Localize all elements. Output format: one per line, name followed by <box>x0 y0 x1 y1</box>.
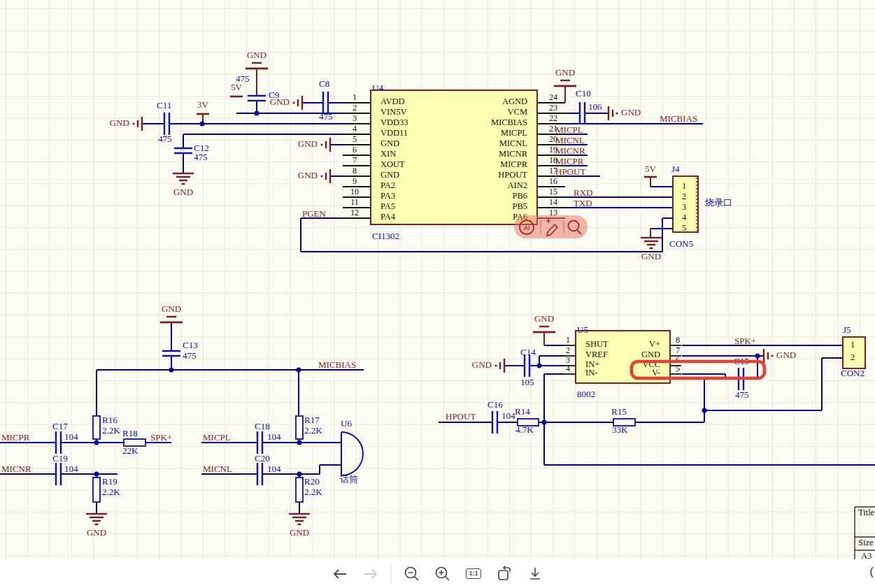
designator-label: 475 <box>158 134 172 144</box>
net-label: MICPR <box>555 156 584 166</box>
designator-label: 104 <box>64 464 78 474</box>
zoom-in-button[interactable] <box>432 564 453 585</box>
designator-label: 475 <box>194 152 208 162</box>
pin-name: XOUT <box>380 159 405 169</box>
title-block-title-label: Title <box>858 508 875 517</box>
designator-label: 104 <box>267 431 281 442</box>
designator-label: 2.2K <box>102 425 120 436</box>
designator-label: R16 <box>102 415 118 425</box>
junction-dot <box>297 440 302 445</box>
back-button[interactable] <box>329 564 350 585</box>
junction-dot <box>297 368 301 373</box>
pin-number: 4 <box>566 364 570 373</box>
ic-part-number: CI1302 <box>372 231 399 241</box>
pin-name: PA5 <box>380 201 395 211</box>
pin-name: VCM <box>508 107 527 117</box>
resistor-R17 <box>296 416 303 439</box>
pin-name: PB5 <box>512 201 527 211</box>
gnd-label: GND <box>290 527 309 538</box>
pin-name: PB6 <box>512 191 527 201</box>
connector-designator: J5 <box>843 324 851 335</box>
junction-dot <box>537 364 542 368</box>
net-label: MICPL <box>203 432 231 443</box>
pin-number: 7 <box>676 345 680 355</box>
ic-part-number: 8002 <box>577 389 595 399</box>
gnd-tap-dot <box>616 112 618 114</box>
designator-label: 烧录口 <box>704 197 732 208</box>
rotate-button[interactable] <box>494 564 515 585</box>
connector-pin-number: 2 <box>682 192 686 201</box>
actual-size-button[interactable]: 1:1 <box>463 564 484 585</box>
connector-pin-number: 3 <box>682 202 686 212</box>
junction-dot <box>94 440 99 445</box>
net-label: SPK+ <box>150 432 172 443</box>
title-block-size-label: Size <box>858 538 874 547</box>
pin-number: 15 <box>549 187 557 196</box>
designator-label: C18 <box>255 421 270 431</box>
designator-label: 104 <box>267 464 281 474</box>
gnd-tap-dot <box>495 364 497 366</box>
pin-name: VDD11 <box>380 128 408 138</box>
gnd-label: GND <box>621 107 641 117</box>
designator-label: 2.2K <box>304 487 322 497</box>
download-button[interactable] <box>525 564 546 585</box>
pin-number: 3 <box>353 113 357 123</box>
pin-name: GND <box>380 170 399 180</box>
pin-name: V- <box>652 368 660 378</box>
gnd-label: GND <box>776 350 796 360</box>
designator-label: R17 <box>304 415 320 425</box>
pin-number: 10 <box>350 187 359 196</box>
designator-label: R19 <box>102 476 118 487</box>
pin-number: 2 <box>353 103 357 113</box>
pin-number: 1 <box>566 335 570 345</box>
power-label: 3V <box>197 99 209 110</box>
pin-name: V+ <box>649 339 660 349</box>
pin-number: 8 <box>676 335 680 345</box>
net-label: PGEN <box>302 208 327 219</box>
pin-number: 4 <box>353 124 357 134</box>
designator-label: C13 <box>183 340 198 350</box>
pin-number: 16 <box>549 176 557 186</box>
connector-pin-number: 1 <box>682 181 686 191</box>
connector-designator: J4 <box>671 164 680 174</box>
pin-name: MICPR <box>500 159 528 169</box>
zoom-in-icon <box>434 566 451 582</box>
junction-dot <box>169 368 174 373</box>
designator-label: C14 <box>520 347 536 357</box>
pin-number: 14 <box>549 197 557 207</box>
pin-name: VIN5V <box>380 107 407 117</box>
designator-label: 475 <box>319 111 333 122</box>
designator-label: 2.2K <box>102 487 120 497</box>
gnd-label: GND <box>534 313 554 324</box>
gnd-label: GND <box>110 117 129 128</box>
pin-number: 22 <box>549 113 557 123</box>
net-label: MICPL <box>555 124 583 135</box>
pin-name: MICNL <box>499 138 527 148</box>
viewer-toolbar: 1:1 <box>0 559 875 588</box>
pin-number: 5 <box>353 134 357 144</box>
ai-logo-text: AI <box>524 224 530 231</box>
designator-label: R18 <box>122 428 138 438</box>
designator-label: 4.7K <box>515 424 534 435</box>
designator-label: R20 <box>304 476 320 487</box>
zoom-out-button[interactable] <box>401 564 422 585</box>
pin-number: 12 <box>350 208 359 217</box>
forward-button[interactable] <box>360 564 381 585</box>
net-label: MICNL <box>203 464 232 474</box>
one-to-one-icon: 1:1 <box>466 568 481 579</box>
connector-pin-number: 2 <box>851 352 855 362</box>
pin-name: MICNR <box>499 149 528 159</box>
schematic-canvas: U4CI13021AVDD2VIN5V3VDD334VDD115GND6XIN7… <box>0 0 875 559</box>
pin-name: GND <box>380 138 399 148</box>
designator-label: 104 <box>501 410 515 421</box>
gnd-label: GND <box>87 527 106 538</box>
pin-name: AIN2 <box>508 180 527 190</box>
pin-name: GND <box>641 350 660 359</box>
designator-label: 2.2K <box>304 425 322 436</box>
power-label: 5V <box>645 164 657 174</box>
toolbar-separator <box>391 565 392 583</box>
junction-dot <box>255 111 259 116</box>
designator-label: 33K <box>612 424 628 435</box>
junction-dot <box>702 408 707 413</box>
net-label: MICBIAS <box>660 113 697 124</box>
